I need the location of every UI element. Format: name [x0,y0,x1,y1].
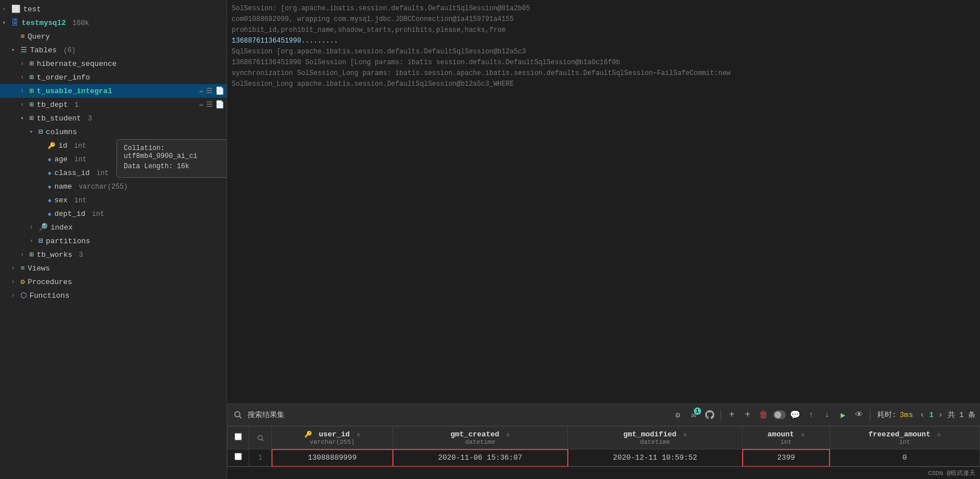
col-icon: ◈ [48,156,52,163]
sidebar-item-col-name-label: name varchar(255) [55,182,128,191]
col-header-user-id[interactable]: 🔑 user_id ⇅ varchar(255) [272,427,393,449]
tree-arrow-tb-dept [20,102,30,108]
add-col-icon[interactable]: + [742,409,754,421]
sidebar-item-columns[interactable]: ⊟ columns [0,125,227,139]
col-name-user-id: user_id [319,430,350,439]
key-icon-col: 🔑 [304,431,312,438]
copy-icon-dept[interactable]: 📄 [215,100,224,109]
col-header-cb [228,427,249,449]
sort-gmt-created[interactable]: ⇅ [506,431,510,438]
copy-icon[interactable]: 📄 [215,86,224,95]
delete-icon[interactable]: 🗑 [757,409,770,421]
toolbar: 搜索结果集 ⚙ ✉ 1 + + 🗑 💬 ↑ ↓ [227,403,980,426]
table-icon: ⊞ [30,73,34,82]
sidebar-item-functions-label: Functions [30,291,69,300]
functions-icon: ⬡ [20,291,27,300]
sidebar-item-functions[interactable]: ⬡ Functions [0,289,227,302]
table-icon: ⊞ [30,114,34,123]
col-type-freezed-amount: int [836,439,974,445]
tree-arrow-functions [11,293,20,299]
sidebar-item-t-order-info-label: t_order_info [37,73,90,82]
mail-icon[interactable]: ✉ 1 [688,409,700,421]
sidebar-item-test[interactable]: ⬜ test [0,2,227,16]
col-header-gmt-modified[interactable]: gmt_modified ⇅ datetime [568,427,743,449]
sidebar-item-hibernate-label: hibernate_sequence [37,60,116,68]
table-icon: ⊞ [30,250,34,259]
table-row[interactable]: 1 13088889999 2020-11-06 15:36:07 2020-1… [228,449,980,466]
add-row-icon[interactable]: + [726,409,738,421]
list-icon-dept[interactable]: ☰ [206,100,213,109]
sidebar-item-tb-dept[interactable]: ⊞ tb_dept 1 ✏ ☰ 📄 [0,98,227,111]
sidebar-item-col-sex[interactable]: ◈ sex int [0,193,227,207]
col-header-freezed-amount[interactable]: freezed_amount ⇅ int [830,427,979,449]
sidebar-item-col-name[interactable]: ◈ name varchar(255) [0,180,227,193]
col-name-gmt-created: gmt_created [451,430,500,439]
main-content: SolSession: [org.apache.ibatis.session.d… [227,0,980,479]
table-icon: ☰ [20,45,27,55]
col-name-amount: amount [768,430,794,439]
sidebar-item-procedures[interactable]: ⚙ Procedures [0,275,227,289]
sort-freezed-amount[interactable]: ⇅ [937,431,941,438]
table-area: 🔑 user_id ⇅ varchar(255) gmt_created ⇅ d… [227,426,980,466]
run-icon[interactable]: ▶ [837,409,849,421]
move-down-icon[interactable]: ↓ [821,409,834,421]
sidebar-item-t-order-info[interactable]: ⊞ t_order_info [0,70,227,84]
columns-icon: ⊟ [39,127,43,136]
move-up-icon[interactable]: ↑ [805,409,818,421]
sidebar-item-tb-works[interactable]: ⊞ tb_works 3 [0,248,227,261]
sidebar-item-views[interactable]: ≡ Views [0,261,227,275]
tooltip-collation: Collation: utf8mb4_0900_ai_ci [124,144,227,160]
sidebar-item-t-usable-integral[interactable]: ⊞ t_usable_integral ✏ ☰ 📄 [0,84,227,98]
search-icon[interactable] [232,409,244,421]
sidebar-item-tables[interactable]: ☰ Tables (6) [0,43,227,57]
data-table: 🔑 user_id ⇅ varchar(255) gmt_created ⇅ d… [227,426,980,466]
list-icon[interactable]: ☰ [206,86,213,95]
tree-arrow-t-usable-integral [20,88,30,94]
tree-arrow-partitions [30,238,39,244]
cell-gmt-created[interactable]: 2020-11-06 15:36:07 [393,449,568,466]
sidebar-item-query[interactable]: ≡ Query [0,30,227,43]
tree-arrow-index [30,224,39,231]
col-header-amount[interactable]: amount ⇅ int [743,427,830,449]
sidebar-item-tb-student-label: tb_student 3 [37,114,92,123]
log-line-4: 13688761136451990......... [232,36,975,46]
select-all-checkbox[interactable] [234,433,242,440]
github-icon[interactable] [703,409,716,421]
eye-icon[interactable]: 👁 [853,409,865,421]
cell-gmt-modified[interactable]: 2020-12-11 10:59:52 [568,449,743,466]
log-line-6: 13686761136451990 SolSession [Long param… [232,57,975,68]
sort-user-id[interactable]: ⇅ [357,431,361,438]
log-line-3: prohibit_id,prohibit_name,shadow_starts,… [232,25,975,35]
log-line-2: com01088682099, wrapping com.mysql.jdbc.… [232,14,975,24]
edit-icon[interactable]: ✏ [199,86,204,95]
sidebar-item-col-dept-id[interactable]: ◈ dept_id int [0,207,227,220]
branding-label: CSDN @暗武逢天 [928,469,975,477]
cell-freezed-amount[interactable]: 0 [830,449,979,466]
settings-icon[interactable]: ⚙ [672,409,684,421]
sidebar-item-tb-student[interactable]: ⊞ tb_student 3 [0,111,227,125]
action-icons-tb-dept: ✏ ☰ 📄 [199,100,224,109]
svg-line-1 [240,416,242,419]
sidebar-item-testmysql2-label: testmysql2 160k [22,19,89,27]
cell-amount[interactable]: 2399 [743,449,830,466]
prev-page-button[interactable]: ‹ [919,410,925,419]
sidebar-item-index[interactable]: 🔎 index [0,220,227,234]
svg-line-3 [262,439,263,441]
current-page: 1 [929,411,933,419]
query-icon: ≡ [20,32,25,41]
col-header-gmt-created[interactable]: gmt_created ⇅ datetime [393,427,568,449]
comment-icon[interactable]: 💬 [789,409,802,421]
next-page-button[interactable]: › [937,410,944,419]
sidebar-item-partitions[interactable]: ⊟ partitions [0,234,227,248]
row-checkbox[interactable] [234,453,242,460]
status-bar: CSDN @暗武逢天 [227,466,980,479]
sidebar-item-testmysql2[interactable]: 🗄 testmysql2 160k [0,16,227,30]
sidebar-item-hibernate[interactable]: ⊞ hibernate_sequence [0,57,227,70]
edit-icon-dept[interactable]: ✏ [199,100,204,109]
sort-gmt-modified[interactable]: ⇅ [683,431,687,438]
sidebar-item-tb-works-label: tb_works 3 [37,251,83,259]
cell-user-id[interactable]: 13088889999 [272,449,393,466]
sort-amount[interactable]: ⇅ [801,431,805,438]
divider2 [870,409,870,420]
toggle-icon[interactable] [773,409,786,421]
